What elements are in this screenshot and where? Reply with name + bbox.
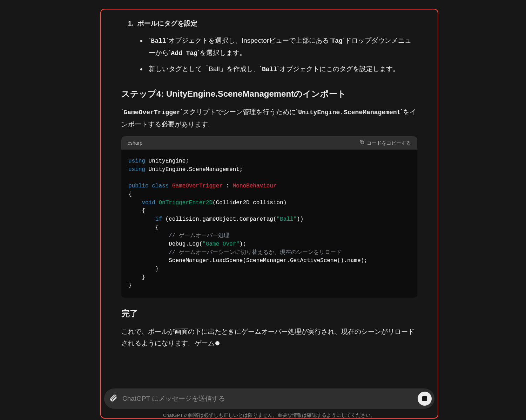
copy-code-label: コードをコピーする — [367, 139, 411, 147]
copy-code-button[interactable]: コードをコピーする — [359, 139, 411, 147]
inline-code: Ball — [151, 37, 166, 44]
paperclip-icon — [109, 397, 117, 403]
copy-icon — [359, 139, 365, 147]
code-content[interactable]: using UnityEngine; using UnityEngine.Sce… — [121, 150, 417, 298]
inline-code: Add Tag — [171, 50, 197, 57]
streaming-cursor-icon — [215, 341, 220, 345]
disclaimer-text: ChatGPT の回答は必ずしも正しいとは限りません。重要な情報は確認するように… — [104, 409, 435, 420]
assistant-message: ボールにタグを設定 `Ball`オブジェクトを選択し、Inspectorビューで… — [100, 0, 438, 388]
section-heading-done: 完了 — [121, 306, 417, 321]
chat-column: ボールにタグを設定 `Ball`オブジェクトを選択し、Inspectorビューで… — [100, 0, 438, 420]
code-block-header: csharp コードをコピーする — [121, 136, 417, 150]
attach-button[interactable] — [109, 394, 117, 404]
paragraph: `GameOverTrigger`スクリプトでシーン管理を行うために`Unity… — [121, 106, 417, 130]
paragraph: これで、ボールが画面の下に出たときにゲームオーバー処理が実行され、現在のシーンが… — [121, 326, 417, 349]
app-viewport: ボールにタグを設定 `Ball`オブジェクトを選択し、Inspectorビューで… — [0, 0, 526, 420]
message-input-bar[interactable] — [104, 388, 434, 409]
stop-generating-button[interactable] — [418, 392, 432, 406]
code-block: csharp コードをコピーする using UnityEngine; usin… — [121, 136, 417, 298]
inline-code: GameOverTrigger — [123, 109, 180, 116]
stop-icon — [422, 396, 427, 401]
code-language-label: csharp — [128, 139, 142, 147]
inline-code: Ball — [262, 66, 277, 73]
list-item: `Ball`オブジェクトを選択し、Inspectorビューで上部にある`Tag`… — [147, 35, 417, 59]
sub-list: `Ball`オブジェクトを選択し、Inspectorビューで上部にある`Tag`… — [137, 35, 417, 75]
ordered-list: ボールにタグを設定 `Ball`オブジェクトを選択し、Inspectorビューで… — [135, 18, 417, 75]
list-item-title: ボールにタグを設定 — [137, 20, 197, 27]
message-input[interactable] — [122, 394, 413, 403]
inline-code: UnityEngine.SceneManagement — [298, 109, 400, 116]
footer: ChatGPT の回答は必ずしも正しいとは限りません。重要な情報は確認するように… — [100, 388, 438, 420]
list-item: ボールにタグを設定 `Ball`オブジェクトを選択し、Inspectorビューで… — [135, 18, 417, 75]
section-heading-step4: ステップ4: UnityEngine.SceneManagementのインポート — [121, 87, 417, 101]
list-item: 新しいタグとして「Ball」を作成し、`Ball`オブジェクトにこのタグを設定し… — [147, 63, 417, 75]
svg-rect-0 — [361, 141, 364, 144]
inline-code: Tag — [331, 37, 342, 44]
